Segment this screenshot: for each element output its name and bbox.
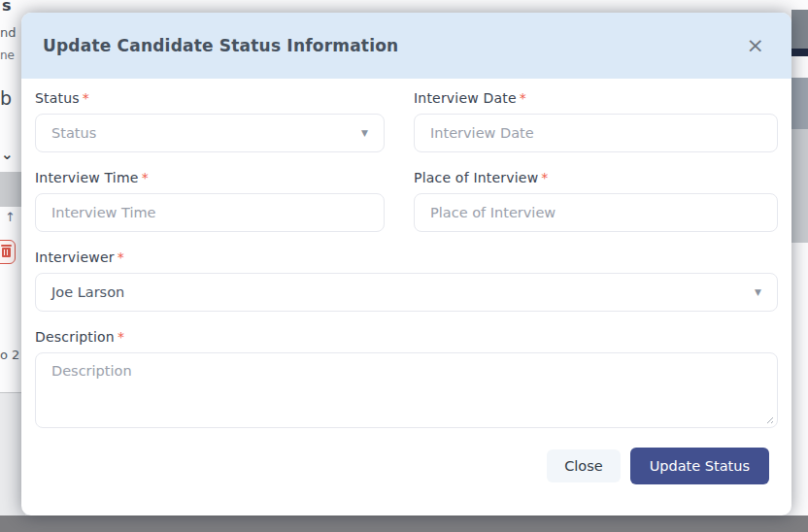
place-of-interview-label-text: Place of Interview	[414, 170, 538, 185]
required-asterisk: *	[118, 329, 124, 345]
delete-button[interactable]	[0, 240, 16, 264]
bg-navy-strip	[791, 49, 808, 56]
required-asterisk: *	[541, 170, 548, 185]
description-placeholder: Description	[51, 363, 132, 379]
interviewer-select[interactable]: Joe Larson ▼	[35, 273, 778, 312]
modal-title: Update Candidate Status Information	[43, 36, 398, 55]
status-select-placeholder: Status	[51, 125, 96, 141]
interview-time-input[interactable]: Interview Time	[35, 193, 385, 232]
bg-text-fragment: b	[0, 87, 12, 109]
modal-body: Status* Status ▼ Interview Date* Intervi…	[21, 79, 791, 515]
close-icon[interactable]: ×	[741, 33, 770, 58]
required-asterisk: *	[142, 170, 149, 185]
update-candidate-status-modal: Update Candidate Status Information × St…	[21, 13, 791, 515]
chevron-down-icon: ⌄	[1, 146, 14, 163]
chevron-down-icon: ▼	[755, 287, 761, 297]
required-asterisk: *	[520, 90, 526, 106]
required-asterisk: *	[83, 90, 89, 106]
place-of-interview-input[interactable]: Place of Interview	[414, 193, 778, 232]
sort-up-arrow-icon: ↑	[5, 210, 16, 224]
bg-bottom-bar	[0, 515, 808, 532]
resize-handle[interactable]	[764, 415, 773, 423]
status-label: Status*	[35, 90, 385, 106]
bg-right-edge	[791, 78, 808, 129]
update-status-button[interactable]: Update Status	[630, 448, 769, 484]
trash-icon	[2, 248, 11, 257]
bg-text-fragment: ne	[0, 49, 15, 62]
modal-header: Update Candidate Status Information ×	[21, 13, 791, 79]
interview-date-label-text: Interview Date	[414, 90, 517, 106]
close-button[interactable]: Close	[547, 449, 621, 482]
place-of-interview-placeholder: Place of Interview	[430, 205, 556, 220]
modal-footer: Close Update Status	[35, 428, 778, 500]
interview-date-label: Interview Date*	[414, 90, 778, 106]
bg-pagination-fragment: o 2	[0, 348, 19, 362]
interview-time-label: Interview Time*	[35, 170, 385, 185]
status-label-text: Status	[35, 90, 80, 106]
bg-scrollbar-track[interactable]	[791, 129, 808, 243]
interview-time-label-text: Interview Time	[35, 170, 139, 185]
required-asterisk: *	[118, 249, 124, 265]
screen: s nd ne b ⌄ ↑ o 2 Update Candidate Statu…	[0, 0, 808, 532]
interview-date-placeholder: Interview Date	[430, 125, 534, 141]
interviewer-selected-value: Joe Larson	[51, 284, 124, 300]
interview-date-input[interactable]: Interview Date	[414, 114, 778, 152]
chevron-down-icon: ▼	[361, 128, 368, 138]
interviewer-label: Interviewer*	[35, 249, 778, 265]
interviewer-label-text: Interviewer	[35, 249, 115, 265]
bg-text-fragment: nd	[0, 25, 17, 40]
interview-time-placeholder: Interview Time	[51, 205, 156, 220]
place-of-interview-label: Place of Interview*	[414, 170, 778, 185]
description-textarea[interactable]: Description	[35, 352, 778, 428]
bg-text-fragment: s	[2, 0, 12, 15]
status-select[interactable]: Status ▼	[35, 114, 385, 152]
description-label-text: Description	[35, 329, 115, 345]
description-label: Description*	[35, 329, 778, 345]
